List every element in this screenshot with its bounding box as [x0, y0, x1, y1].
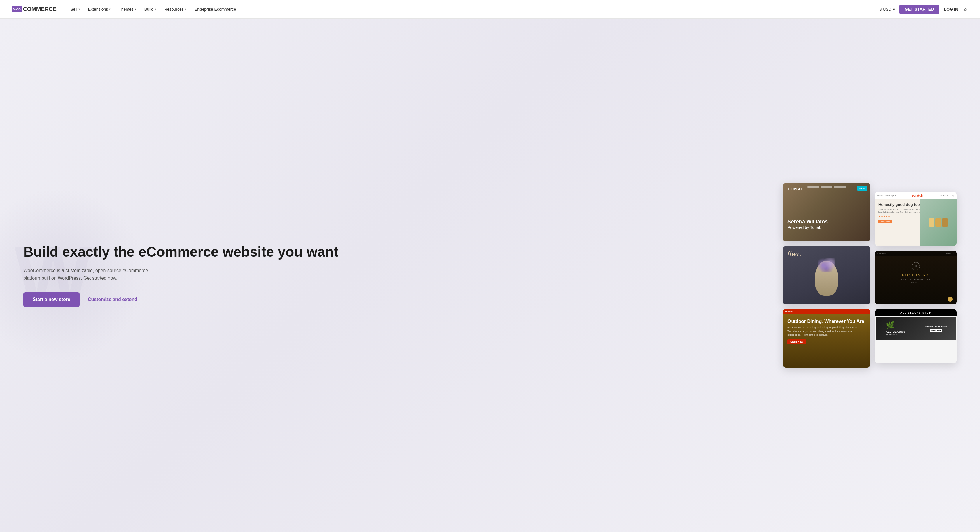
- currency-chevron: ▾: [893, 7, 895, 12]
- tonal-text: Serena Williams. Powered by Tonal.: [788, 219, 829, 230]
- weber-cta: Shop Now: [788, 339, 806, 344]
- start-store-button[interactable]: Start a new store: [23, 292, 80, 307]
- login-button[interactable]: LOG IN: [944, 7, 958, 12]
- strandberg-icon: ♫: [912, 262, 920, 270]
- scratch-product-image: [920, 199, 957, 246]
- nav-resources[interactable]: Resources ▾: [161, 5, 190, 14]
- allblacks-shop-now: SHOP NOW: [886, 334, 905, 336]
- allblacks-panel-2: SAVING THE OCEANS SHOP NOW: [916, 317, 956, 340]
- hero-content: Build exactly the eCommerce website you …: [23, 244, 415, 307]
- hero-actions: Start a new store Customize and extend: [23, 292, 415, 307]
- logo-icon: woo: [12, 6, 22, 12]
- nav-links: Sell ▾ Extensions ▾ Themes ▾ Build ▾ Res…: [67, 5, 880, 14]
- nav-sell[interactable]: Sell ▾: [67, 5, 83, 14]
- currency-selector[interactable]: $ USD ▾: [880, 7, 894, 12]
- weber-content: Outdoor Dining, Wherever You Are Whether…: [783, 314, 870, 349]
- flwr-title: flwr.: [788, 250, 802, 258]
- search-button[interactable]: ⌕: [963, 5, 968, 13]
- resources-chevron: ▾: [185, 8, 186, 11]
- hero-title: Build exactly the eCommerce website you …: [23, 244, 415, 260]
- screenshots-column-left: NEW Serena Williams. Powered by Tonal. f…: [783, 183, 870, 368]
- scratch-boxes: [929, 218, 948, 227]
- tonal-nav: [807, 186, 846, 188]
- hero-description: WooCommerce is a customizable, open-sour…: [23, 267, 152, 282]
- nav-themes[interactable]: Themes ▾: [115, 5, 140, 14]
- strandberg-accent-dot: [948, 297, 953, 302]
- strandberg-title: FUSION NX: [902, 273, 929, 277]
- weber-desc: Whether you're camping, tailgating, or p…: [788, 326, 865, 337]
- nav-right: $ USD ▾ GET STARTED LOG IN ⌕: [880, 5, 968, 14]
- extensions-chevron: ▾: [109, 8, 111, 11]
- allblacks-fern-icon: 🌿: [886, 321, 905, 329]
- nav-extensions[interactable]: Extensions ▾: [84, 5, 114, 14]
- strandberg-sub: CUSTOMIZE YOUR OWN: [901, 279, 931, 280]
- allblacks-nav: ALL BLACKS SHOP: [875, 309, 957, 316]
- scratch-nav: Home Our Recipes scratch Our Team Shop: [875, 192, 957, 199]
- hero-screenshots: NEW Serena Williams. Powered by Tonal. f…: [415, 183, 957, 368]
- scratch-logo: scratch: [912, 194, 923, 197]
- weber-bar: Weber: [783, 309, 870, 314]
- screenshot-weber: Weber Outdoor Dining, Wherever You Are W…: [783, 309, 870, 368]
- sell-chevron: ▾: [78, 8, 80, 11]
- allblacks-grid: 🌿 ALL BLACKS SHOP NOW SAVING THE OCEANS …: [875, 316, 957, 341]
- screenshots-column-right: Home Our Recipes scratch Our Team Shop H…: [875, 192, 957, 363]
- tonal-badge: NEW: [857, 186, 867, 191]
- strandberg-content: ♫ FUSION NX CUSTOMIZE YOUR OWN EXPLORE →: [875, 256, 957, 284]
- screenshot-strandberg: strandberg Boden ™ ♫ FUSION NX CUSTOMIZE…: [875, 250, 957, 304]
- allblacks-brand: ALL BLACKS SHOP: [900, 312, 931, 314]
- allblacks-shop-btn: SHOP NOW: [930, 329, 942, 331]
- nav-enterprise[interactable]: Enterprise Ecommerce: [191, 5, 239, 14]
- scratch-cta: Shop Now: [878, 220, 892, 223]
- screenshot-flwr: flwr.: [783, 246, 870, 304]
- allblacks-panel-1: 🌿 ALL BLACKS SHOP NOW: [876, 317, 916, 340]
- search-icon: ⌕: [964, 6, 967, 12]
- logo-text: COMMERCE: [23, 6, 57, 13]
- weber-logo: Weber: [785, 311, 794, 313]
- logo[interactable]: woo COMMERCE: [12, 6, 56, 13]
- flwr-flowers: [818, 258, 835, 272]
- screenshot-tonal: NEW Serena Williams. Powered by Tonal.: [783, 183, 870, 242]
- flwr-figure: [815, 261, 838, 296]
- themes-chevron: ▾: [135, 8, 136, 11]
- strandberg-nav: strandberg Boden ™: [875, 250, 957, 256]
- nav-build[interactable]: Build ▾: [141, 5, 159, 14]
- build-chevron: ▾: [154, 8, 156, 11]
- get-started-button[interactable]: GET STARTED: [899, 5, 939, 14]
- strandberg-explore: EXPLORE →: [910, 282, 922, 284]
- customize-extend-button[interactable]: Customize and extend: [88, 297, 137, 302]
- main-nav: woo COMMERCE Sell ▾ Extensions ▾ Themes …: [0, 0, 980, 19]
- screenshot-scratch: Home Our Recipes scratch Our Team Shop H…: [875, 192, 957, 246]
- screenshot-allblacks: ALL BLACKS SHOP 🌿 ALL BLACKS SHOP NOW SA…: [875, 309, 957, 363]
- hero-section: W Build exactly the eCommerce website yo…: [0, 19, 980, 532]
